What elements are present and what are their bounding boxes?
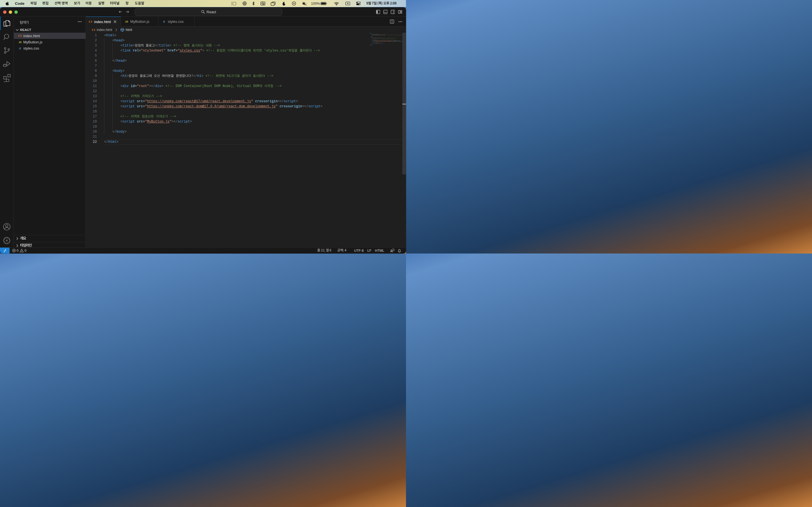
svg-text:JS: JS (18, 41, 21, 44)
svg-text:JS: JS (125, 20, 128, 23)
svg-text:#: # (19, 47, 21, 50)
svg-text:A: A (347, 2, 349, 5)
svg-text:#: # (163, 20, 165, 23)
